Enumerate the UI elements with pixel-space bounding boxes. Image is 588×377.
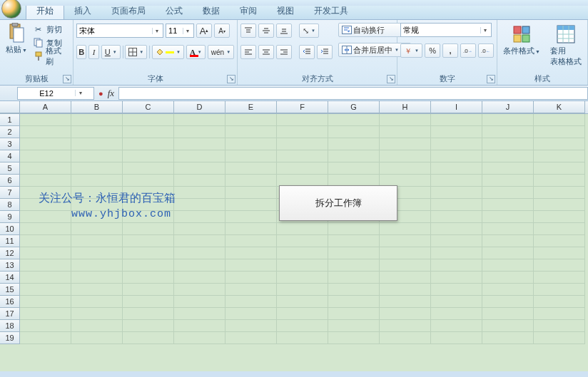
cell[interactable] <box>20 162 71 175</box>
cell[interactable] <box>71 114 123 126</box>
cell[interactable] <box>71 138 123 150</box>
row-header[interactable]: 11 <box>0 235 20 247</box>
cell[interactable] <box>123 223 174 235</box>
decrease-font-button[interactable]: A▾ <box>214 24 230 38</box>
cell[interactable] <box>20 296 71 308</box>
cell[interactable] <box>534 175 585 187</box>
cell[interactable] <box>277 320 328 332</box>
worksheet-grid[interactable]: A B C D E F G H I J K 123456789101112131… <box>0 101 588 371</box>
cell[interactable] <box>123 259 174 272</box>
cell[interactable] <box>380 259 431 272</box>
cell[interactable] <box>20 247 71 259</box>
cell[interactable] <box>431 235 482 247</box>
cell[interactable] <box>123 247 174 259</box>
cell[interactable] <box>277 247 328 259</box>
cell[interactable] <box>328 259 380 272</box>
format-painter-button[interactable]: 格式刷 <box>31 50 70 63</box>
cell[interactable] <box>225 284 277 296</box>
cell[interactable] <box>534 223 585 235</box>
select-all-corner[interactable] <box>0 101 20 113</box>
cell[interactable] <box>380 223 431 235</box>
cell[interactable] <box>174 320 225 332</box>
cell[interactable] <box>431 126 482 138</box>
row-header[interactable]: 5 <box>0 162 20 175</box>
cell[interactable] <box>534 308 585 320</box>
cell[interactable] <box>328 272 380 284</box>
name-box[interactable]: ▾ <box>17 87 94 100</box>
cell[interactable] <box>174 114 225 126</box>
cell[interactable] <box>225 308 277 320</box>
cell[interactable] <box>20 320 71 332</box>
cell[interactable] <box>123 150 174 162</box>
cell[interactable] <box>174 235 225 247</box>
cell[interactable] <box>380 320 431 332</box>
cell[interactable] <box>328 150 380 162</box>
cell[interactable] <box>174 138 225 150</box>
col-header[interactable]: B <box>71 101 123 113</box>
cell[interactable] <box>225 114 277 126</box>
cell[interactable] <box>380 138 431 150</box>
align-middle-button[interactable] <box>258 24 274 38</box>
col-header[interactable]: F <box>277 101 328 113</box>
row-header[interactable]: 6 <box>0 175 20 187</box>
align-top-button[interactable] <box>240 24 256 38</box>
cell[interactable] <box>277 223 328 235</box>
row-header[interactable]: 9 <box>0 211 20 223</box>
cell[interactable] <box>431 247 482 259</box>
cell[interactable] <box>20 272 71 284</box>
cell[interactable] <box>174 332 225 344</box>
cell[interactable] <box>225 235 277 247</box>
cell[interactable] <box>277 138 328 150</box>
cell[interactable] <box>225 259 277 272</box>
cell[interactable] <box>225 272 277 284</box>
cell[interactable] <box>380 126 431 138</box>
cell[interactable] <box>328 235 380 247</box>
cell[interactable] <box>328 138 380 150</box>
align-launcher[interactable]: ↘ <box>387 75 395 83</box>
cell[interactable] <box>534 162 585 175</box>
cell[interactable] <box>380 150 431 162</box>
cell[interactable] <box>482 223 534 235</box>
cell[interactable] <box>482 126 534 138</box>
cell[interactable] <box>225 332 277 344</box>
cell[interactable] <box>123 308 174 320</box>
cell[interactable] <box>534 284 585 296</box>
cell[interactable] <box>482 284 534 296</box>
row-header[interactable]: 16 <box>0 296 20 308</box>
cell[interactable] <box>482 308 534 320</box>
cell[interactable] <box>174 150 225 162</box>
col-header[interactable]: C <box>123 101 174 113</box>
split-workbook-button[interactable]: 拆分工作簿 <box>279 185 397 221</box>
cell[interactable] <box>482 211 534 223</box>
cell[interactable] <box>328 296 380 308</box>
cell[interactable] <box>225 247 277 259</box>
cell[interactable] <box>534 211 585 223</box>
cell[interactable] <box>20 308 71 320</box>
cell[interactable] <box>277 308 328 320</box>
cell[interactable] <box>123 284 174 296</box>
fill-color-button[interactable]: ▼ <box>152 45 184 59</box>
cell[interactable] <box>20 235 71 247</box>
row-header[interactable]: 14 <box>0 272 20 284</box>
cell[interactable] <box>534 259 585 272</box>
cell[interactable] <box>174 259 225 272</box>
cell[interactable] <box>482 320 534 332</box>
row-header[interactable]: 4 <box>0 150 20 162</box>
row-header[interactable]: 3 <box>0 138 20 150</box>
cell[interactable] <box>71 175 123 187</box>
cell[interactable] <box>431 259 482 272</box>
underline-button[interactable]: U▼ <box>101 45 121 59</box>
cell[interactable] <box>380 284 431 296</box>
font-launcher[interactable]: ↘ <box>227 75 235 83</box>
cell[interactable] <box>123 320 174 332</box>
cell[interactable] <box>482 332 534 344</box>
cell[interactable] <box>123 138 174 150</box>
italic-button[interactable]: I <box>88 45 98 59</box>
increase-indent-button[interactable] <box>317 45 333 59</box>
cell[interactable] <box>534 187 585 199</box>
font-color-button[interactable]: A ▼ <box>186 45 206 59</box>
col-header[interactable]: K <box>534 101 585 113</box>
cancel-icon[interactable]: ● <box>98 89 103 98</box>
cell[interactable] <box>482 138 534 150</box>
cell[interactable] <box>328 284 380 296</box>
